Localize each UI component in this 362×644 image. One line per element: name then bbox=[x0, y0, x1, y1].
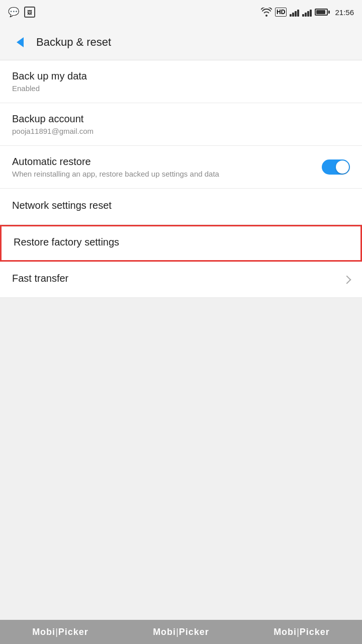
app-bar: Backup & reset bbox=[0, 24, 362, 60]
signal-icon-2 bbox=[302, 8, 312, 17]
settings-item-title: Fast transfer bbox=[12, 273, 344, 284]
whatsapp-icon: 💬 bbox=[8, 7, 19, 18]
settings-item-title: Network settings reset bbox=[12, 200, 350, 211]
settings-item-fast-transfer[interactable]: Fast transfer bbox=[0, 262, 362, 298]
settings-item-backup-account[interactable]: Backup account pooja11891@gmail.com bbox=[0, 103, 362, 146]
status-bar-right-icons: HD 21:56 bbox=[261, 8, 354, 17]
settings-item-subtitle: pooja11891@gmail.com bbox=[12, 127, 350, 135]
hd-icon: HD bbox=[275, 8, 287, 17]
settings-item-back-up-data[interactable]: Back up my data Enabled bbox=[0, 60, 362, 103]
settings-item-content: Backup account pooja11891@gmail.com bbox=[12, 113, 350, 135]
settings-item-title: Backup account bbox=[12, 113, 350, 125]
settings-item-subtitle: Enabled bbox=[12, 84, 350, 93]
footer-logo-2: Mobi|Picker bbox=[153, 627, 209, 637]
settings-item-content: Fast transfer bbox=[12, 273, 344, 286]
back-button[interactable] bbox=[10, 32, 30, 52]
automatic-restore-toggle[interactable] bbox=[322, 159, 350, 175]
settings-item-restore-factory-settings[interactable]: Restore factory settings bbox=[0, 225, 362, 262]
settings-list: Back up my data Enabled Backup account p… bbox=[0, 60, 362, 298]
battery-icon bbox=[315, 9, 330, 16]
settings-item-content: Restore factory settings bbox=[14, 236, 348, 250]
footer-logo-3: Mobi|Picker bbox=[274, 627, 330, 637]
settings-item-network-settings-reset[interactable]: Network settings reset bbox=[0, 189, 362, 225]
settings-item-automatic-restore[interactable]: Automatic restore When reinstalling an a… bbox=[0, 146, 362, 189]
settings-item-content: Back up my data Enabled bbox=[12, 70, 350, 93]
back-arrow-icon bbox=[17, 37, 24, 47]
content-area bbox=[0, 298, 362, 529]
page-title: Backup & reset bbox=[36, 36, 111, 49]
settings-item-title: Back up my data bbox=[12, 70, 350, 82]
footer: Mobi|Picker Mobi|Picker Mobi|Picker bbox=[0, 620, 362, 644]
image-icon: 🖼 bbox=[24, 7, 35, 18]
settings-item-content: Automatic restore When reinstalling an a… bbox=[12, 156, 322, 178]
status-time: 21:56 bbox=[335, 8, 354, 17]
settings-item-subtitle: When reinstalling an app, restore backed… bbox=[12, 170, 322, 178]
status-bar-left-icons: 💬 🖼 bbox=[8, 7, 35, 18]
chevron-right-icon bbox=[343, 275, 351, 284]
footer-logo-1: Mobi|Picker bbox=[32, 627, 88, 637]
wifi-icon bbox=[261, 8, 272, 17]
settings-item-content: Network settings reset bbox=[12, 200, 350, 213]
toggle-thumb bbox=[336, 160, 349, 174]
status-bar: 💬 🖼 HD bbox=[0, 0, 362, 24]
settings-item-title: Automatic restore bbox=[12, 156, 322, 168]
signal-icon-1 bbox=[290, 8, 299, 17]
settings-item-title: Restore factory settings bbox=[14, 236, 348, 248]
